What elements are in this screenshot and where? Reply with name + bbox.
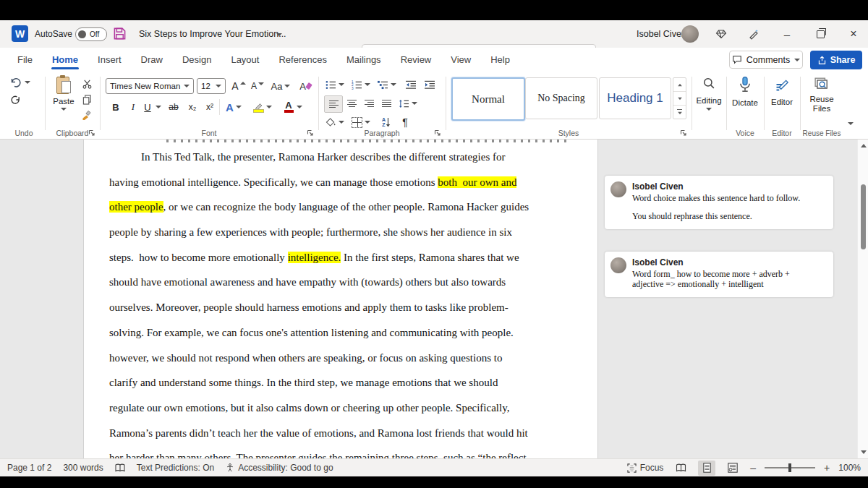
format-painter-button[interactable] — [78, 108, 95, 124]
tab-file[interactable]: File — [10, 49, 40, 70]
superscript-button[interactable]: x² — [201, 99, 218, 115]
doc-line[interactable]: solving. For example, we can focus one's… — [109, 320, 533, 346]
title-dropdown-icon[interactable] — [276, 33, 282, 36]
align-center-button[interactable] — [343, 95, 360, 111]
style-normal[interactable]: Normal — [451, 77, 525, 121]
doc-line[interactable]: having emotional intelligence. Specifica… — [109, 170, 533, 195]
tab-home[interactable]: Home — [45, 49, 85, 70]
shading-button[interactable] — [324, 114, 346, 130]
copy-button[interactable] — [78, 92, 95, 108]
document-text[interactable]: In This Ted Talk, the presenter, Ramona … — [109, 145, 533, 471]
user-avatar[interactable] — [681, 25, 699, 43]
doc-line[interactable]: should have emotional awareness and have… — [109, 270, 533, 295]
scrollbar-up-arrow[interactable] — [861, 144, 867, 147]
collapse-ribbon-button[interactable] — [848, 122, 854, 125]
doc-line[interactable]: Ramona’s parents didn’t teach her the va… — [109, 421, 533, 446]
font-name-combo[interactable]: Times New Roman — [106, 78, 194, 94]
paste-button[interactable]: Paste — [49, 76, 78, 122]
underline-button[interactable]: U — [140, 99, 155, 115]
doc-line[interactable]: In This Ted Talk, the presenter, Ramona … — [109, 145, 533, 170]
dictate-button[interactable]: Dictate — [728, 77, 762, 107]
text-effects-button[interactable]: A — [223, 99, 244, 115]
line-spacing-button[interactable] — [396, 95, 420, 111]
doc-line[interactable]: however, we should not respond when othe… — [109, 346, 533, 371]
doc-line[interactable]: other people, or we can recognize the bo… — [109, 194, 533, 220]
styles-scroll-up[interactable] — [673, 78, 686, 92]
autosave-toggle[interactable]: Off — [75, 27, 107, 41]
align-left-button[interactable] — [324, 95, 343, 113]
redo-button[interactable] — [10, 95, 21, 106]
restore-button[interactable] — [811, 25, 830, 43]
tab-layout[interactable]: Layout — [224, 49, 266, 70]
reuse-files-button[interactable]: Reuse Files — [801, 77, 842, 114]
font-dialog-launcher[interactable] — [307, 129, 314, 137]
undo-button[interactable] — [10, 77, 30, 87]
bold-button[interactable]: B — [107, 99, 124, 115]
vertical-scrollbar[interactable] — [857, 140, 868, 458]
document-title[interactable]: Six Steps to Improve Your Emotion... — [139, 29, 286, 39]
underline-dropdown[interactable] — [153, 99, 163, 115]
italic-button[interactable]: I — [124, 99, 142, 115]
comment-card[interactable]: Isobel CivenWord form_ how to become mor… — [605, 252, 833, 297]
clipboard-dialog-launcher[interactable] — [88, 129, 95, 137]
scrollbar-thumb[interactable] — [861, 184, 866, 249]
increase-indent-button[interactable] — [421, 77, 438, 93]
doc-line[interactable]: steps. how to become more emotionally in… — [109, 245, 533, 270]
numbering-button[interactable]: 1 2 3 — [350, 77, 372, 93]
comments-button[interactable]: Comments — [729, 51, 803, 69]
shrink-font-button[interactable]: A — [249, 78, 266, 94]
sort-button[interactable]: AZ — [378, 114, 395, 130]
justify-button[interactable] — [378, 95, 395, 111]
tab-insert[interactable]: Insert — [90, 49, 129, 70]
paragraph-dialog-launcher[interactable] — [434, 129, 441, 137]
close-button[interactable]: × — [844, 25, 863, 43]
font-color-button[interactable]: A — [281, 99, 305, 115]
word-logo-icon[interactable]: W — [12, 25, 28, 42]
style-no-spacing[interactable]: No Spacing — [525, 77, 597, 119]
zoom-out-button[interactable]: – — [750, 462, 756, 474]
strikethrough-button[interactable]: ab — [165, 99, 182, 115]
tab-references[interactable]: References — [271, 49, 333, 70]
accessibility-status[interactable]: Accessibility: Good to go — [226, 463, 333, 473]
tab-design[interactable]: Design — [175, 49, 218, 70]
share-button[interactable]: Share — [810, 51, 862, 69]
tab-mailings[interactable]: Mailings — [339, 49, 388, 70]
subscript-button[interactable]: x₂ — [184, 99, 201, 115]
tab-draw[interactable]: Draw — [134, 49, 170, 70]
borders-button[interactable] — [350, 114, 372, 130]
read-mode-button[interactable] — [672, 461, 689, 476]
tab-view[interactable]: View — [443, 49, 478, 70]
focus-mode-button[interactable]: Focus — [627, 463, 664, 473]
minimize-button[interactable]: – — [778, 25, 796, 43]
align-right-button[interactable] — [360, 95, 378, 111]
doc-line[interactable]: ourselves. Moreover, people should harne… — [109, 295, 533, 320]
editing-button[interactable]: Editing — [693, 77, 725, 111]
bullets-button[interactable] — [324, 77, 346, 93]
show-hide-marks-button[interactable]: ¶ — [396, 114, 414, 130]
styles-gallery-more[interactable] — [673, 106, 686, 119]
page-number-status[interactable]: Page 1 of 2 — [7, 463, 51, 473]
web-layout-button[interactable] — [724, 461, 741, 476]
proofing-status[interactable] — [115, 463, 125, 472]
cut-button[interactable] — [78, 76, 95, 92]
change-case-button[interactable]: Aa — [269, 78, 292, 94]
zoom-level[interactable]: 100% — [838, 463, 861, 473]
multilevel-list-button[interactable] — [376, 77, 398, 93]
scrollbar-down-arrow[interactable] — [861, 450, 867, 454]
doc-line[interactable]: people by sharing a few experiences with… — [109, 220, 533, 245]
grow-font-button[interactable]: A — [230, 78, 247, 94]
comment-card[interactable]: Isobel CivenWord choice makes this sente… — [605, 176, 833, 229]
text-predictions-status[interactable]: Text Predictions: On — [137, 463, 214, 473]
decrease-indent-button[interactable] — [402, 77, 420, 93]
gem-icon[interactable] — [712, 25, 731, 43]
tab-review[interactable]: Review — [393, 49, 439, 70]
zoom-slider[interactable] — [765, 467, 815, 468]
style-heading1[interactable]: Heading 1 — [599, 77, 671, 119]
font-size-combo[interactable]: 12 — [197, 78, 226, 94]
print-layout-button[interactable] — [698, 461, 715, 476]
doc-line[interactable]: regulate our own emotions, but it also c… — [109, 395, 533, 421]
highlight-color-button[interactable] — [250, 99, 275, 115]
clear-formatting-button[interactable]: A — [297, 78, 314, 94]
doc-line[interactable]: clarify and understand some things. In t… — [109, 370, 533, 395]
styles-dialog-launcher[interactable] — [680, 129, 687, 137]
